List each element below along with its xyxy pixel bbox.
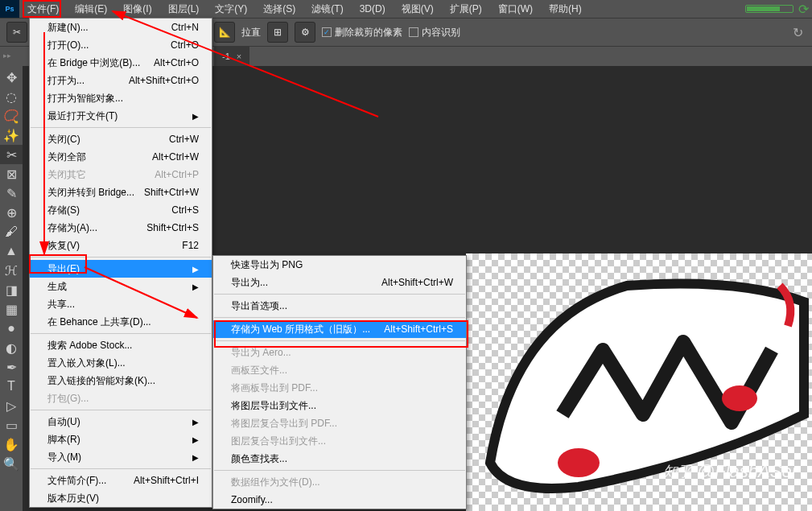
- tool-preset-icon[interactable]: ✂: [6, 22, 27, 43]
- menu-文件(F)[interactable]: 文件(F): [19, 0, 67, 18]
- export-menu-item-15: 数据组作为文件(D)...: [213, 473, 466, 491]
- reset-icon[interactable]: ↻: [789, 24, 806, 40]
- menu-图层(L)[interactable]: 图层(L): [160, 0, 208, 18]
- export-menu-item-12: 图层复合导出到文件...: [213, 432, 466, 450]
- lasso-tool[interactable]: 📿: [0, 106, 23, 126]
- menu-滤镜(T)[interactable]: 滤镜(T): [303, 0, 351, 18]
- export-menu-item-0[interactable]: 快速导出为 PNG: [213, 256, 466, 274]
- export-submenu: 快速导出为 PNG导出为...Alt+Shift+Ctrl+W导出首选项...存…: [212, 255, 467, 509]
- export-menu-item-16[interactable]: Zoomify...: [213, 491, 466, 509]
- menu-选择(S)[interactable]: 选择(S): [255, 0, 303, 18]
- file-menu-item-17[interactable]: 共享...: [30, 295, 212, 313]
- file-menu-item-4[interactable]: 打开为智能对象...: [30, 89, 212, 107]
- submenu-arrow-icon: ▶: [192, 112, 199, 121]
- file-menu-item-30[interactable]: 版本历史(V): [30, 489, 212, 507]
- brush-tool[interactable]: 🖌: [0, 222, 23, 241]
- menu-separator: [31, 410, 211, 410]
- sync-icon: ⟳: [798, 2, 809, 17]
- file-menu-item-3[interactable]: 打开为...Alt+Shift+Ctrl+O: [30, 72, 212, 89]
- document-tab[interactable]: -1 ×: [214, 47, 249, 66]
- marquee-tool[interactable]: ◌: [0, 87, 23, 106]
- file-menu-dropdown: 新建(N)...Ctrl+N打开(O)...Ctrl+O在 Bridge 中浏览…: [29, 18, 212, 508]
- watermark: 知乎 @FlashASer: [663, 461, 798, 482]
- menu-图像(I)[interactable]: 图像(I): [115, 0, 159, 18]
- file-menu-item-21[interactable]: 置入嵌入对象(L)...: [30, 354, 212, 372]
- app-icon: Ps: [0, 0, 19, 18]
- menu-编辑(E)[interactable]: 编辑(E): [67, 0, 115, 18]
- close-icon[interactable]: ×: [237, 52, 241, 61]
- menu-视图(V)[interactable]: 视图(V): [394, 0, 442, 18]
- straighten-label: 拉直: [241, 26, 261, 39]
- gradient-tool[interactable]: ▦: [0, 299, 23, 319]
- menu-separator: [214, 294, 465, 295]
- document-tabs: -1 ×: [214, 47, 249, 66]
- file-menu-item-8[interactable]: 关闭全部Alt+Ctrl+W: [30, 148, 212, 166]
- frame-tool[interactable]: ⊠: [0, 164, 23, 183]
- file-menu-item-18[interactable]: 在 Behance 上共享(D)...: [30, 313, 212, 331]
- menu-扩展(P)[interactable]: 扩展(P): [442, 0, 490, 18]
- file-menu-item-11[interactable]: 存储(S)Ctrl+S: [30, 201, 212, 219]
- eyedropper-tool[interactable]: ✎: [0, 183, 23, 203]
- move-tool[interactable]: ✥: [0, 68, 23, 87]
- menu-帮助(H)[interactable]: 帮助(H): [541, 0, 590, 18]
- menu-文字(Y)[interactable]: 文字(Y): [207, 0, 255, 18]
- submenu-arrow-icon: ▶: [192, 418, 199, 427]
- shape-tool[interactable]: ▭: [0, 415, 23, 435]
- svg-point-0: [558, 448, 600, 477]
- menu-separator: [31, 127, 211, 128]
- menu-separator: [214, 340, 465, 341]
- path-select-tool[interactable]: ▷: [0, 396, 23, 415]
- blur-tool[interactable]: ●: [0, 319, 23, 338]
- battery-icon: [745, 5, 793, 13]
- healing-tool[interactable]: ⊕: [0, 203, 23, 222]
- file-menu-item-22[interactable]: 置入链接的智能对象(K)...: [30, 372, 212, 389]
- eraser-tool[interactable]: ◨: [0, 280, 23, 299]
- file-menu-item-29[interactable]: 文件简介(F)...Alt+Shift+Ctrl+I: [30, 472, 212, 489]
- pen-tool[interactable]: ✒: [0, 357, 23, 377]
- panel-tab-handle[interactable]: ▸▸: [3, 52, 11, 63]
- file-menu-item-20[interactable]: 搜索 Adobe Stock...: [30, 336, 212, 354]
- file-menu-item-15[interactable]: 导出(E)▶: [30, 260, 212, 278]
- magic-wand-tool[interactable]: ✨: [0, 126, 23, 145]
- hand-tool[interactable]: ✋: [0, 435, 23, 454]
- type-tool[interactable]: T: [0, 377, 23, 396]
- stamp-tool[interactable]: ▲: [0, 241, 23, 261]
- svg-point-1: [722, 385, 757, 411]
- submenu-arrow-icon: ▶: [192, 265, 199, 274]
- file-menu-item-9: 关闭其它Alt+Ctrl+P: [30, 166, 212, 183]
- export-menu-item-8: 画板至文件...: [213, 361, 466, 379]
- file-menu-item-7[interactable]: 关闭(C)Ctrl+W: [30, 130, 212, 148]
- file-menu-item-0[interactable]: 新建(N)...Ctrl+N: [30, 19, 212, 36]
- file-menu-item-13[interactable]: 恢复(V)F12: [30, 237, 212, 254]
- file-menu-item-10[interactable]: 关闭并转到 Bridge...Shift+Ctrl+W: [30, 183, 212, 201]
- tools-panel: ✥ ◌ 📿 ✨ ✂ ⊠ ✎ ⊕ 🖌 ▲ ℋ ◨ ▦ ● ◐ ✒ T ▷ ▭ ✋ …: [0, 68, 23, 473]
- grid-overlay-icon[interactable]: ⊞: [267, 22, 288, 43]
- file-menu-item-16[interactable]: 生成▶: [30, 278, 212, 295]
- zoom-tool[interactable]: 🔍: [0, 454, 23, 473]
- file-menu-item-5[interactable]: 最近打开文件(T)▶: [30, 107, 212, 125]
- crop-tool[interactable]: ✂: [0, 145, 23, 164]
- file-menu-item-12[interactable]: 存储为(A)...Shift+Ctrl+S: [30, 219, 212, 237]
- file-menu-item-27[interactable]: 导入(M)▶: [30, 448, 212, 466]
- history-brush-tool[interactable]: ℋ: [0, 261, 23, 280]
- export-menu-item-1[interactable]: 导出为...Alt+Shift+Ctrl+W: [213, 274, 466, 291]
- submenu-arrow-icon: ▶: [192, 282, 199, 291]
- file-menu-item-2[interactable]: 在 Bridge 中浏览(B)...Alt+Ctrl+O: [30, 54, 212, 72]
- file-menu-item-26[interactable]: 脚本(R)▶: [30, 431, 212, 448]
- export-menu-item-13[interactable]: 颜色查找表...: [213, 450, 466, 468]
- straighten-icon[interactable]: 📐: [214, 22, 235, 43]
- export-menu-item-3[interactable]: 导出首选项...: [213, 297, 466, 315]
- content-aware-checkbox[interactable]: 内容识别: [409, 26, 460, 39]
- file-menu-item-1[interactable]: 打开(O)...Ctrl+O: [30, 36, 212, 54]
- export-menu-item-5[interactable]: 存储为 Web 所用格式（旧版）...Alt+Shift+Ctrl+S: [213, 320, 466, 338]
- export-menu-item-10[interactable]: 将图层导出到文件...: [213, 397, 466, 414]
- delete-cropped-checkbox[interactable]: ✓删除裁剪的像素: [322, 26, 402, 39]
- export-menu-item-9: 将画板导出到 PDF...: [213, 379, 466, 397]
- settings-icon[interactable]: ⚙: [295, 22, 315, 43]
- dodge-tool[interactable]: ◐: [0, 338, 23, 357]
- file-menu-item-25[interactable]: 自动(U)▶: [30, 413, 212, 431]
- menu-3D(D)[interactable]: 3D(D): [352, 0, 394, 18]
- menu-separator: [31, 468, 211, 469]
- menu-窗口(W)[interactable]: 窗口(W): [490, 0, 541, 18]
- export-menu-item-11: 将图层复合导出到 PDF...: [213, 414, 466, 432]
